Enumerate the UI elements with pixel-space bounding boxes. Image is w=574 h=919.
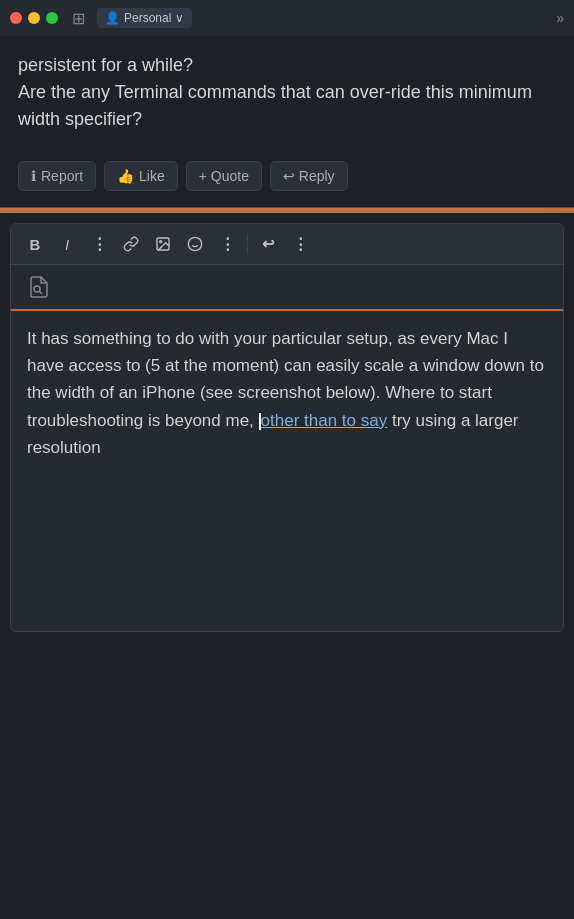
traffic-lights [10, 12, 58, 24]
post-text: persistent for a while? Are the any Term… [18, 52, 556, 133]
more-options-button[interactable]: ⋮ [213, 230, 241, 258]
file-upload-button[interactable] [23, 271, 55, 303]
section-divider [0, 207, 574, 213]
close-button[interactable] [10, 12, 22, 24]
svg-line-6 [40, 292, 43, 295]
action-bar: ℹ Report 👍 Like + Quote ↩ Reply [0, 151, 574, 207]
bold-button[interactable]: B [21, 230, 49, 258]
emoji-icon [187, 236, 203, 252]
format-more-button[interactable]: ⋮ [85, 230, 113, 258]
post-area: persistent for a while? Are the any Term… [0, 36, 574, 133]
svg-point-1 [160, 241, 162, 243]
editor-toolbar: B I ⋮ [11, 224, 563, 265]
reply-button[interactable]: ↩ Reply [270, 161, 348, 191]
quote-button[interactable]: + Quote [186, 161, 262, 191]
report-button[interactable]: ℹ Report [18, 161, 96, 191]
link-button[interactable] [117, 230, 145, 258]
minimize-button[interactable] [28, 12, 40, 24]
extra-options-button[interactable]: ⋮ [286, 230, 314, 258]
expand-icon[interactable]: » [556, 10, 564, 26]
reply-editor: B I ⋮ [10, 223, 564, 632]
toolbar-separator [247, 234, 248, 254]
italic-button[interactable]: I [53, 230, 81, 258]
like-icon: 👍 [117, 168, 134, 184]
layout-icon: ⊞ [72, 9, 85, 28]
editor-content-area[interactable]: It has something to do with your particu… [11, 311, 563, 631]
account-label: Personal [124, 11, 171, 25]
account-menu[interactable]: 👤 Personal ∨ [97, 8, 192, 28]
report-icon: ℹ [31, 168, 36, 184]
image-icon [155, 236, 171, 252]
chevron-down-icon: ∨ [175, 11, 184, 25]
maximize-button[interactable] [46, 12, 58, 24]
undo-button[interactable]: ↩ [254, 230, 282, 258]
svg-point-5 [34, 286, 40, 292]
person-icon: 👤 [105, 11, 120, 25]
image-button[interactable] [149, 230, 177, 258]
titlebar: ⊞ 👤 Personal ∨ » [0, 0, 574, 36]
editor-link[interactable]: other than to say [261, 411, 388, 430]
emoji-button[interactable] [181, 230, 209, 258]
svg-point-2 [188, 237, 201, 250]
file-search-icon [27, 275, 51, 299]
upload-bar [11, 265, 563, 311]
like-button[interactable]: 👍 Like [104, 161, 178, 191]
link-icon [123, 236, 139, 252]
